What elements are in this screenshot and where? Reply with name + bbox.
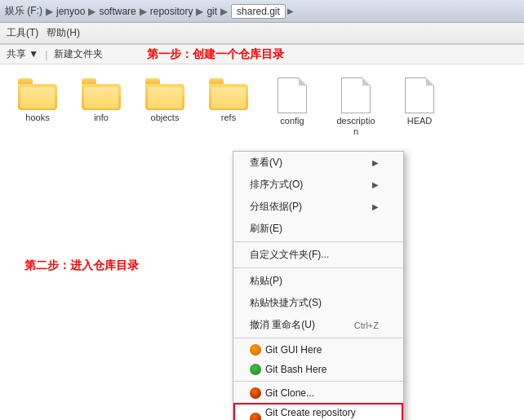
breadcrumb-git[interactable]: git (206, 6, 217, 17)
file-description-icon (341, 77, 371, 113)
folder-hooks-icon (18, 77, 57, 110)
ctx-view[interactable]: 查看(V) ▶ (233, 152, 403, 174)
ctx-sep1 (233, 241, 403, 242)
breadcrumb-current[interactable]: shared.git (231, 4, 286, 19)
ctx-customize[interactable]: 自定义文件夹(F)... (233, 244, 403, 266)
new-folder-button[interactable]: 新建文件夹 (54, 47, 103, 61)
file-config-icon (278, 77, 307, 113)
step1-label: 第一步：创建一个仓库目录 (147, 47, 284, 62)
list-item[interactable]: info (77, 77, 126, 123)
ctx-group[interactable]: 分组依据(P) ▶ (233, 196, 403, 218)
git-create-icon (250, 413, 261, 420)
menu-bar: 工具(T) 帮助(H) (0, 23, 524, 44)
git-bash-icon (250, 364, 261, 375)
ctx-paste[interactable]: 粘贴(P) (233, 270, 403, 292)
folder-hooks-label: hooks (25, 113, 49, 123)
ctx-sep4 (233, 381, 403, 382)
breadcrumb-arrow: ▶ (287, 7, 294, 15)
sep2: ▶ (88, 6, 95, 17)
ctx-undo-rename[interactable]: 撤消 重命名(U) Ctrl+Z (233, 314, 403, 336)
breadcrumb-repository[interactable]: repository (150, 6, 193, 17)
breadcrumb-software[interactable]: software (99, 6, 135, 17)
ctx-refresh[interactable]: 刷新(E) (233, 218, 403, 240)
file-head-icon (405, 77, 434, 113)
sep4: ▶ (196, 6, 203, 17)
list-item[interactable]: config (268, 77, 317, 126)
file-description-label: description (336, 116, 375, 137)
share-button[interactable]: 共享 ▼ (7, 47, 38, 61)
sep3: ▶ (140, 6, 147, 17)
menu-tools[interactable]: 工具(T) (7, 26, 38, 40)
ctx-git-bash[interactable]: Git Bash Here (233, 360, 403, 379)
list-item[interactable]: objects (140, 77, 189, 123)
step2-label: 第二步：进入仓库目录 (24, 259, 139, 273)
folder-refs-label: refs (221, 113, 236, 123)
ctx-git-create-repo[interactable]: Git Create repository here... (233, 403, 403, 420)
title-bar: 娱乐 (F:) ▶ jenyoo ▶ software ▶ repository… (0, 0, 524, 23)
folder-info-label: info (94, 113, 109, 123)
sep5: ▶ (220, 6, 228, 17)
ctx-paste-shortcut[interactable]: 粘贴快捷方式(S) (233, 292, 403, 314)
breadcrumb-jenyoo[interactable]: jenyoo (56, 6, 85, 17)
breadcrumb: 娱乐 (F:) ▶ jenyoo ▶ software ▶ repository… (5, 4, 519, 19)
ctx-git-clone[interactable]: Git Clone... (233, 383, 403, 403)
menu-help[interactable]: 帮助(H) (47, 26, 80, 40)
ctx-git-gui[interactable]: Git GUI Here (233, 340, 403, 360)
folder-info-icon (82, 77, 121, 110)
git-gui-icon (250, 344, 261, 356)
sep1: ▶ (46, 6, 53, 17)
list-item[interactable]: hooks (13, 77, 62, 123)
icons-row: hooks info objects (0, 64, 524, 145)
git-clone-icon (250, 387, 261, 399)
ctx-sort[interactable]: 排序方式(O) ▶ (233, 174, 403, 196)
file-area: 共享 ▼ | 新建文件夹 hooks info (0, 44, 524, 420)
context-menu: 查看(V) ▶ 排序方式(O) ▶ 分组依据(P) ▶ 刷新(E) 自定义文件夹… (233, 151, 404, 420)
ctx-sep3 (233, 338, 403, 338)
breadcrumb-drive[interactable]: 娱乐 (F:) (5, 4, 42, 18)
folder-objects-label: objects (151, 113, 180, 123)
file-head-label: HEAD (407, 116, 433, 126)
list-item[interactable]: refs (204, 77, 253, 123)
list-item[interactable]: HEAD (395, 77, 444, 126)
folder-objects-icon (145, 77, 184, 110)
file-config-label: config (280, 116, 304, 126)
ctx-sep2 (233, 267, 403, 268)
list-item[interactable]: description (331, 77, 380, 137)
folder-refs-icon (209, 77, 248, 110)
